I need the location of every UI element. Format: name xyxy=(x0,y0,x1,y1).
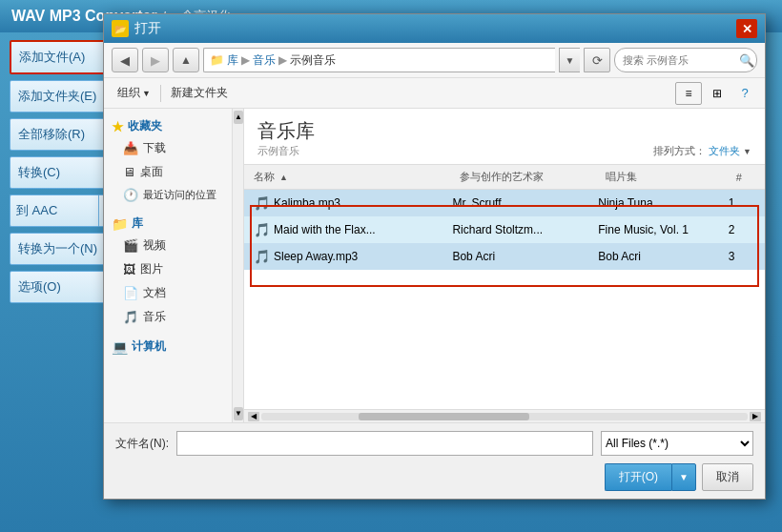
sidebar-item-recent[interactable]: 🕐 最近访问的位置 xyxy=(104,184,232,206)
computer-icon: 💻 xyxy=(112,339,128,355)
search-icon: 🔍 xyxy=(739,53,754,68)
sort-asc-icon: ▲ xyxy=(279,173,288,182)
sidebar-section-library: 📁 库 xyxy=(104,212,232,234)
path-refresh-btn[interactable]: ⟳ xyxy=(584,48,610,72)
sidebar-section-favorites: ★ 收藏夹 xyxy=(104,114,232,136)
sidebar-item-downloads[interactable]: 📥 下载 xyxy=(104,136,232,160)
filetype-select[interactable]: All Files (*.*) xyxy=(601,431,753,456)
toolbar-separator xyxy=(160,85,161,102)
recent-icon: 🕐 xyxy=(123,188,138,202)
cancel-button[interactable]: 取消 xyxy=(702,463,753,491)
h-scrollbar[interactable]: ◀ ▶ xyxy=(244,409,765,422)
dialog-title-bar: 📂 打开 ✕ xyxy=(104,14,765,43)
scroll-thumb[interactable] xyxy=(359,413,529,420)
downloads-icon: 📥 xyxy=(123,141,138,155)
dialog-title-icon: 📂 xyxy=(112,20,129,37)
sidebar-section-computer: 💻 计算机 xyxy=(104,335,232,357)
scroll-track xyxy=(261,413,748,420)
sidebar-scrollbar[interactable]: ▲ ▼ xyxy=(233,109,244,422)
view-list-button[interactable]: ≡ xyxy=(675,82,702,105)
library-icon: 📁 xyxy=(112,216,128,232)
organize-button[interactable]: 组织 ▼ xyxy=(112,82,156,104)
search-bar: 🔍 xyxy=(614,48,757,72)
col-num[interactable]: # xyxy=(729,165,765,190)
col-artist[interactable]: 参与创作的艺术家 xyxy=(452,165,598,190)
music-file-icon-2: 🎵 xyxy=(254,222,270,237)
filename-label: 文件名(N): xyxy=(115,436,169,452)
sort-value-link[interactable]: 文件夹 xyxy=(709,144,740,158)
path-part3: 示例音乐 xyxy=(290,52,336,69)
file-name-1: 🎵 Kalimba.mp3 xyxy=(254,195,442,211)
search-input[interactable] xyxy=(623,54,735,66)
music-icon: 🎵 xyxy=(123,310,138,324)
file-open-dialog: 📂 打开 ✕ ◀ ▶ ▲ 📁 库 ▶ 音乐 ▶ 示例音乐 ▼ ⟳ 🔍 xyxy=(103,13,766,500)
file-table-area: 名称 ▲ 参与创作的艺术家 唱片集 # xyxy=(244,165,765,409)
help-button[interactable]: ? xyxy=(732,82,757,105)
new-folder-button[interactable]: 新建文件夹 xyxy=(165,82,234,104)
sidebar-item-music[interactable]: 🎵 音乐 xyxy=(104,305,232,329)
nav-toolbar: ◀ ▶ ▲ 📁 库 ▶ 音乐 ▶ 示例音乐 ▼ ⟳ 🔍 xyxy=(104,43,765,78)
nav-up-button[interactable]: ▲ xyxy=(173,48,199,72)
sidebar-item-video[interactable]: 🎬 视频 xyxy=(104,234,232,257)
star-icon: ★ xyxy=(112,119,124,134)
sort-label: 排列方式： xyxy=(653,144,706,158)
nav-back-button[interactable]: ◀ xyxy=(112,48,138,72)
organize-dropdown-icon: ▼ xyxy=(142,89,151,98)
music-file-icon-3: 🎵 xyxy=(254,249,270,264)
dialog-close-button[interactable]: ✕ xyxy=(736,19,757,38)
col-album[interactable]: 唱片集 xyxy=(598,165,729,190)
library-title: 音乐库 xyxy=(257,118,315,144)
file-main-area: 音乐库 示例音乐 排列方式： 文件夹 ▼ xyxy=(244,109,765,422)
file-sidebar: ★ 收藏夹 📥 下载 🖥 桌面 🕐 最近访问的位置 xyxy=(104,109,233,422)
dialog-footer: 文件名(N): All Files (*.*) 打开(O) ▼ 取消 xyxy=(104,422,765,499)
path-dropdown-arrow[interactable]: ▼ xyxy=(559,48,580,72)
open-button-group: 打开(O) ▼ xyxy=(605,463,696,491)
scroll-right-btn[interactable]: ▶ xyxy=(750,412,761,421)
sidebar-item-pictures[interactable]: 🖼 图片 xyxy=(104,257,232,281)
col-name[interactable]: 名称 ▲ xyxy=(244,165,452,190)
filename-row: 文件名(N): All Files (*.*) xyxy=(115,431,753,456)
file-toolbar: 组织 ▼ 新建文件夹 ≡ ⊞ ? xyxy=(104,78,765,109)
file-row-1[interactable]: 🎵 Kalimba.mp3 Mr. Scruff Ninja Tuna xyxy=(244,190,765,217)
path-icon: 📁 xyxy=(210,53,224,67)
footer-buttons: 打开(O) ▼ 取消 xyxy=(115,463,753,491)
open-dropdown-arrow[interactable]: ▼ xyxy=(671,463,696,491)
dialog-title-text: 打开 xyxy=(134,20,731,37)
desktop-icon: 🖥 xyxy=(123,165,135,179)
file-name-3: 🎵 Sleep Away.mp3 xyxy=(254,249,442,264)
file-name-2: 🎵 Maid with the Flax... xyxy=(254,222,442,237)
sidebar-item-desktop[interactable]: 🖥 桌面 xyxy=(104,160,232,184)
view-details-button[interactable]: ⊞ xyxy=(704,82,731,105)
library-subtitle: 示例音乐 xyxy=(257,144,315,158)
to-aac-button[interactable]: 到 AAC xyxy=(10,194,98,227)
video-icon: 🎬 xyxy=(123,238,138,253)
filename-input[interactable] xyxy=(176,431,593,456)
file-row-2[interactable]: 🎵 Maid with the Flax... Richard Stoltzm.… xyxy=(244,216,765,243)
pictures-icon: 🖼 xyxy=(123,262,135,276)
path-bar: 📁 库 ▶ 音乐 ▶ 示例音乐 xyxy=(203,48,555,72)
nav-forward-button[interactable]: ▶ xyxy=(142,48,169,72)
scroll-left-btn[interactable]: ◀ xyxy=(248,412,259,421)
path-part1: 库 xyxy=(227,52,238,69)
documents-icon: 📄 xyxy=(123,286,138,300)
path-part2: 音乐 xyxy=(253,52,276,69)
sort-dropdown-icon: ▼ xyxy=(743,147,751,156)
file-area-header: 音乐库 示例音乐 排列方式： 文件夹 ▼ xyxy=(244,109,765,165)
dialog-body: ★ 收藏夹 📥 下载 🖥 桌面 🕐 最近访问的位置 xyxy=(104,109,765,422)
file-row-3[interactable]: 🎵 Sleep Away.mp3 Bob Acri Bob Acri xyxy=(244,243,765,270)
sidebar-item-documents[interactable]: 📄 文档 xyxy=(104,281,232,305)
music-file-icon-1: 🎵 xyxy=(254,195,270,211)
open-button[interactable]: 打开(O) xyxy=(605,463,671,491)
